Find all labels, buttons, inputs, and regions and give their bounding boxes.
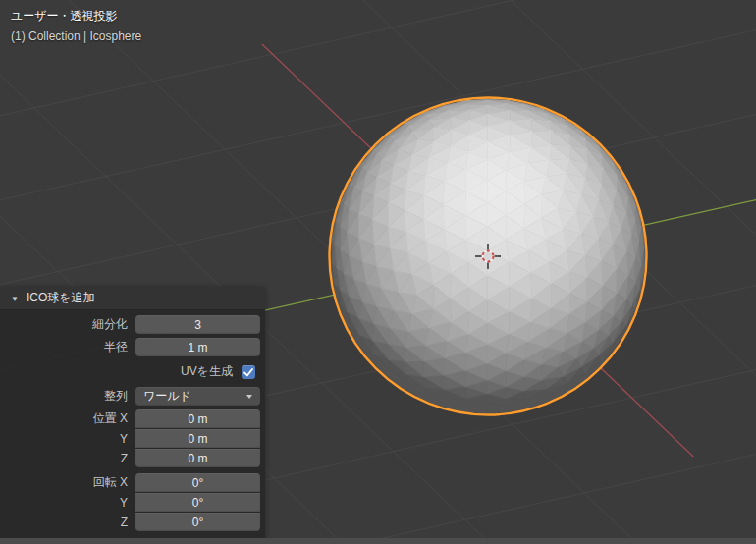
rotation-x-field[interactable]: 0° (135, 473, 260, 492)
rotation-y-row: Y 0° (0, 493, 260, 512)
location-y-field[interactable]: 0 m (135, 429, 260, 448)
location-z-field[interactable]: 0 m (135, 449, 260, 467)
location-z-row: Z 0 m (0, 449, 260, 467)
generate-uvs-checkbox[interactable] (242, 365, 255, 379)
rotation-z-row: Z 0° (0, 513, 260, 531)
check-icon (243, 366, 254, 378)
collapse-triangle-icon[interactable]: ▼ (11, 295, 19, 303)
align-value: ワールド (143, 388, 191, 405)
panel-title: ICO球を追加 (27, 290, 95, 306)
view-name-label: ユーザー・透視投影 (11, 8, 141, 25)
location-y-label: Y (0, 432, 128, 446)
rotation-y-label: Y (0, 496, 128, 510)
align-dropdown[interactable]: ワールド (135, 387, 260, 406)
radius-row: 半径 1 m (0, 338, 260, 356)
subdivisions-row: 細分化 3 (0, 315, 260, 334)
panel-header[interactable]: ▼ ICO球を追加 (0, 287, 265, 310)
collection-object-breadcrumb: (1) Collection | Icosphere (11, 29, 141, 43)
location-z-label: Z (0, 452, 128, 465)
rotation-y-field[interactable]: 0° (135, 493, 260, 512)
chevron-down-icon (246, 395, 252, 399)
subdivisions-field[interactable]: 3 (135, 315, 260, 334)
align-label: 整列 (0, 388, 128, 405)
status-bar-edge (0, 538, 756, 544)
panel-body: 細分化 3 半径 1 m UVを生成 整列 ワールド (0, 310, 265, 531)
align-row: 整列 ワールド (0, 387, 260, 406)
rotation-z-field[interactable]: 0° (135, 513, 260, 531)
radius-label: 半径 (0, 339, 128, 355)
location-x-field[interactable]: 0 m (135, 409, 260, 428)
rotation-x-row: 回転 X 0° (0, 473, 260, 492)
location-y-row: Y 0 m (0, 429, 260, 448)
radius-field[interactable]: 1 m (135, 338, 260, 356)
operator-redo-panel: ▼ ICO球を追加 細分化 3 半径 1 m UVを生成 整 (0, 287, 265, 544)
rotation-z-label: Z (0, 516, 128, 529)
generate-uvs-label: UVを生成 (181, 363, 233, 380)
icosphere-object[interactable] (331, 99, 645, 413)
location-x-label: 位置 X (0, 410, 128, 427)
blender-3d-viewport: ユーザー・透視投影 (1) Collection | Icosphere ▼ I… (0, 0, 756, 544)
generate-uvs-row: UVを生成 (0, 363, 260, 380)
subdivisions-label: 細分化 (0, 316, 128, 333)
rotation-x-label: 回転 X (0, 474, 128, 491)
location-x-row: 位置 X 0 m (0, 409, 260, 428)
viewport-overlay-text: ユーザー・透視投影 (1) Collection | Icosphere (11, 8, 141, 43)
